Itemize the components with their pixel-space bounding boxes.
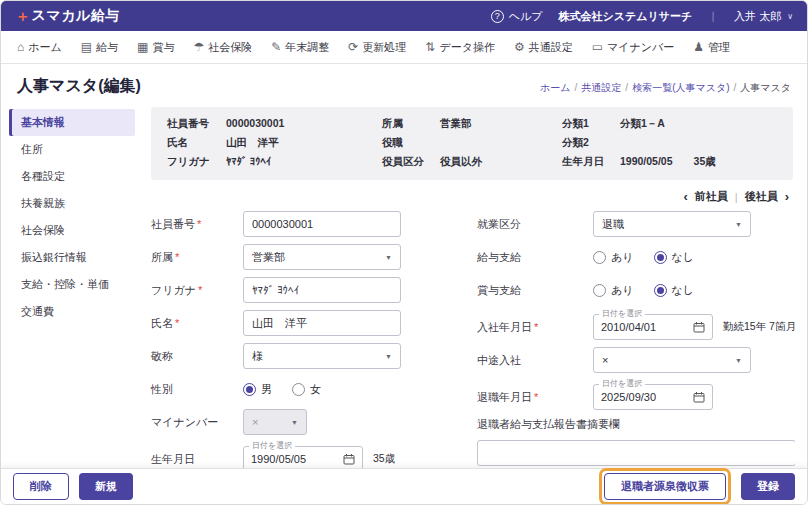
field-label: 給与支給 (477, 250, 593, 265)
retire-note-input-1[interactable] (477, 440, 795, 466)
radio-label: なし (672, 250, 695, 265)
summary-value (620, 136, 716, 150)
midcareer-select[interactable]: × ▼ (593, 347, 751, 373)
calendar-icon (693, 321, 705, 333)
radio-label: あり (611, 283, 634, 298)
retire-date-input[interactable]: 日付を選択 2025/09/30 (593, 384, 713, 410)
salary-pay-radio-group: あり なし (593, 250, 694, 265)
furigana-input[interactable] (243, 277, 401, 303)
sidebar-item-social-insurance[interactable]: 社会保険 (9, 217, 135, 244)
employment-class-select[interactable]: 退職 ▼ (593, 211, 751, 237)
gear-icon: ⚙ (514, 41, 525, 53)
help-button[interactable]: ? ヘルプ (491, 9, 543, 24)
radio-checked-icon (654, 251, 667, 264)
sidebar-item-address[interactable]: 住所 (9, 136, 135, 163)
department-select[interactable]: 営業部 ▼ (243, 244, 401, 270)
radio-label: なし (672, 283, 695, 298)
bonus-pay-no-radio[interactable]: なし (654, 283, 695, 298)
date-picker-hint: 日付を選択 (249, 440, 295, 451)
bonus-pay-yes-radio[interactable]: あり (593, 283, 634, 298)
radio-checked-icon (654, 284, 667, 297)
nav-label: 管理 (708, 40, 730, 55)
sidebar-item-settings[interactable]: 各種設定 (9, 163, 135, 190)
register-button[interactable]: 登録 (741, 473, 795, 500)
highlight-annotation: 退職者源泉徴収票 (599, 468, 731, 505)
edit-form: 社員番号* 所属* 営業部 ▼ フリガナ* (151, 211, 793, 468)
hire-date-input[interactable]: 日付を選択 2010/04/01 (593, 314, 713, 340)
data-transfer-icon: ⇅ (425, 41, 435, 53)
summary-label: 分類2 (562, 136, 604, 150)
user-menu[interactable]: 入井 太郎 ∨ (734, 9, 793, 24)
breadcrumb-current: 人事マスタ (740, 81, 791, 95)
main-nav: ⌂ ホーム ▤ 給与 ▦ 賞与 ☂ 社会保険 ✎ 年末調整 ⟳ 更新処理 ⇅ デ… (1, 31, 807, 64)
radio-unchecked-icon (593, 251, 606, 264)
delete-button[interactable]: 削除 (13, 473, 69, 500)
birthday-date-input[interactable]: 日付を選択 1990/05/05 (243, 446, 363, 468)
nav-item-data-operations[interactable]: ⇅ データ操作 (425, 40, 495, 55)
content-area: 人事マスタ(編集) ホーム / 共通設定 / 検索一覧(人事マスタ) / 人事マ… (1, 64, 807, 468)
sidebar-item-bank-info[interactable]: 振込銀行情報 (9, 244, 135, 271)
breadcrumb-common-settings[interactable]: 共通設定 (581, 81, 621, 95)
main-panel: 社員番号 0000030001 氏名 山田 洋平 フリガナ ﾔﾏﾀﾞ ﾖｳﾍｲ … (135, 107, 795, 468)
nav-item-common-settings[interactable]: ⚙ 共通設定 (514, 40, 573, 55)
sidebar-item-pay-deduction-rate[interactable]: 支給・控除・単価 (9, 271, 135, 298)
nav-item-salary[interactable]: ▤ 給与 (81, 40, 118, 55)
nav-label: 社会保険 (208, 40, 252, 55)
field-label: 入社年月日* (477, 320, 593, 335)
breadcrumb-search-list[interactable]: 検索一覧(人事マスタ) (632, 81, 729, 95)
app-logo[interactable]: ＋ スマカル給与 (15, 7, 120, 26)
chevron-right-icon[interactable]: › (785, 189, 789, 204)
nav-item-home[interactable]: ⌂ ホーム (17, 40, 62, 55)
sidebar-item-basic-info[interactable]: 基本情報 (9, 109, 135, 136)
nav-item-yearend-adjustment[interactable]: ✎ 年末調整 (271, 40, 329, 55)
required-mark: * (175, 317, 179, 329)
field-label: 退職年月日* (477, 390, 593, 405)
chevron-down-icon: ∨ (787, 12, 793, 21)
name-input[interactable] (243, 310, 401, 336)
gender-male-radio[interactable]: 男 (243, 382, 272, 397)
honorific-select[interactable]: 様 ▼ (243, 343, 401, 369)
id-card-icon: ▭ (592, 41, 603, 53)
sidebar-item-dependents[interactable]: 扶養親族 (9, 190, 135, 217)
next-employee-link[interactable]: 後社員 (745, 189, 778, 204)
home-icon: ⌂ (17, 41, 24, 53)
salary-pay-yes-radio[interactable]: あり (593, 250, 634, 265)
summary-value: 分類1－A (620, 117, 716, 131)
select-value: 様 (252, 349, 263, 364)
prev-employee-link[interactable]: 前社員 (695, 189, 728, 204)
field-label: 賞与支給 (477, 283, 593, 298)
salary-pay-no-radio[interactable]: なし (654, 250, 695, 265)
new-button[interactable]: 新規 (79, 473, 133, 500)
employee-summary: 社員番号 0000030001 氏名 山田 洋平 フリガナ ﾔﾏﾀﾞ ﾖｳﾍｲ … (151, 107, 793, 180)
required-mark: * (175, 251, 179, 263)
summary-value: 0000030001 (226, 117, 352, 131)
nav-item-social-insurance[interactable]: ☂ 社会保険 (193, 40, 252, 55)
breadcrumb-home[interactable]: ホーム (540, 81, 570, 95)
calendar-icon (693, 391, 705, 403)
sidebar-item-commuting[interactable]: 交通費 (9, 298, 135, 325)
nav-item-bonus[interactable]: ▦ 賞与 (137, 40, 174, 55)
nav-item-admin[interactable]: ♟ 管理 (693, 40, 730, 55)
field-label: 生年月日 (151, 452, 243, 467)
employee-number-input[interactable] (243, 211, 401, 237)
age-suffix: 35歳 (373, 452, 395, 466)
required-mark: * (198, 284, 202, 296)
date-picker-hint: 日付を選択 (599, 378, 645, 389)
nav-item-update-process[interactable]: ⟳ 更新処理 (348, 40, 406, 55)
nav-label: 賞与 (152, 40, 174, 55)
yearend-icon: ✎ (271, 41, 281, 53)
field-label: マイナンバー (151, 415, 243, 430)
nav-item-mynumber[interactable]: ▭ マイナンバー (592, 40, 675, 55)
insurance-icon: ☂ (193, 41, 204, 53)
summary-value: ﾔﾏﾀﾞ ﾖｳﾍｲ (226, 155, 352, 169)
summary-value: 役員以外 (440, 155, 532, 169)
chevron-left-icon[interactable]: ‹ (683, 189, 687, 204)
help-icon: ? (491, 10, 504, 23)
date-value: 2010/04/01 (601, 321, 656, 333)
select-value: 退職 (602, 217, 624, 232)
nav-label: データ操作 (439, 40, 495, 55)
radio-label: あり (611, 250, 634, 265)
field-label: フリガナ* (151, 283, 243, 298)
retiree-withholding-slip-button[interactable]: 退職者源泉徴収票 (604, 473, 726, 500)
gender-female-radio[interactable]: 女 (292, 382, 321, 397)
